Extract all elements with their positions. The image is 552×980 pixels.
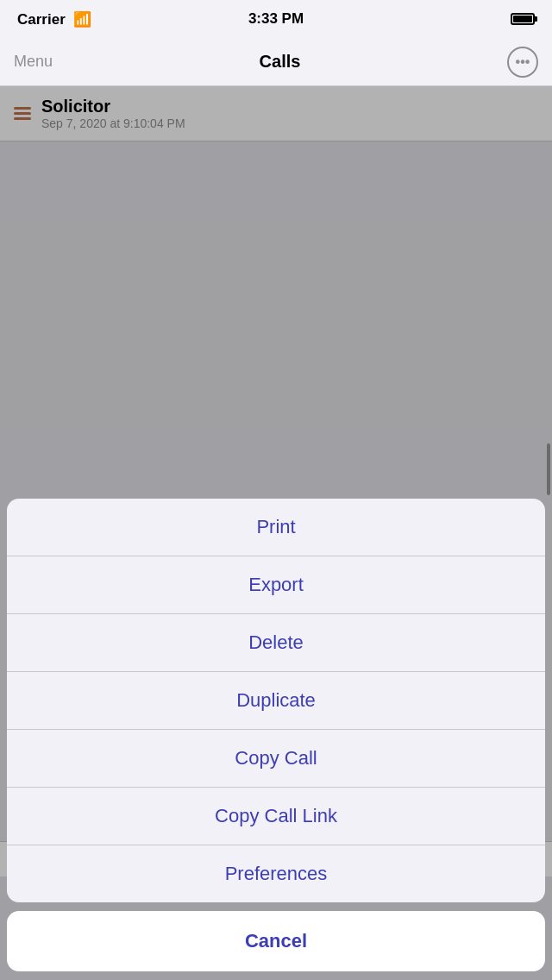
action-item-label-print: Print: [7, 499, 545, 556]
battery-icon: [511, 13, 535, 25]
time-display: 3:33 PM: [248, 10, 304, 28]
action-item-label-copy-call: Copy Call: [7, 730, 545, 787]
action-item-copy-call-link[interactable]: Copy Call Link: [7, 788, 545, 845]
action-item-label-copy-call-link: Copy Call Link: [7, 788, 545, 845]
more-icon: •••: [516, 54, 530, 70]
menu-button[interactable]: Menu: [14, 53, 53, 71]
status-bar: Carrier 📶 3:33 PM: [0, 0, 552, 38]
wifi-icon: 📶: [73, 11, 91, 28]
action-item-label-preferences: Preferences: [7, 845, 545, 902]
status-right: [511, 13, 535, 25]
action-item-label-duplicate: Duplicate: [7, 672, 545, 729]
action-item-preferences[interactable]: Preferences: [7, 845, 545, 902]
action-sheet-container: PrintExportDeleteDuplicateCopy CallCopy …: [0, 499, 552, 980]
action-sheet: PrintExportDeleteDuplicateCopy CallCopy …: [7, 499, 545, 902]
action-item-delete[interactable]: Delete: [7, 614, 545, 672]
bg-content: Solicitor Sep 7, 2020 at 9:10:04 PM May …: [0, 86, 552, 980]
action-item-print[interactable]: Print: [7, 499, 545, 556]
action-item-export[interactable]: Export: [7, 556, 545, 614]
carrier-label: Carrier 📶: [17, 10, 91, 28]
action-item-label-delete: Delete: [7, 614, 545, 671]
action-item-copy-call[interactable]: Copy Call: [7, 730, 545, 788]
more-button[interactable]: •••: [507, 47, 538, 78]
cancel-button[interactable]: Cancel: [7, 911, 545, 971]
action-item-duplicate[interactable]: Duplicate: [7, 672, 545, 730]
nav-bar: Menu Calls •••: [0, 38, 552, 86]
action-item-label-export: Export: [7, 556, 545, 613]
page-title: Calls: [260, 52, 301, 72]
